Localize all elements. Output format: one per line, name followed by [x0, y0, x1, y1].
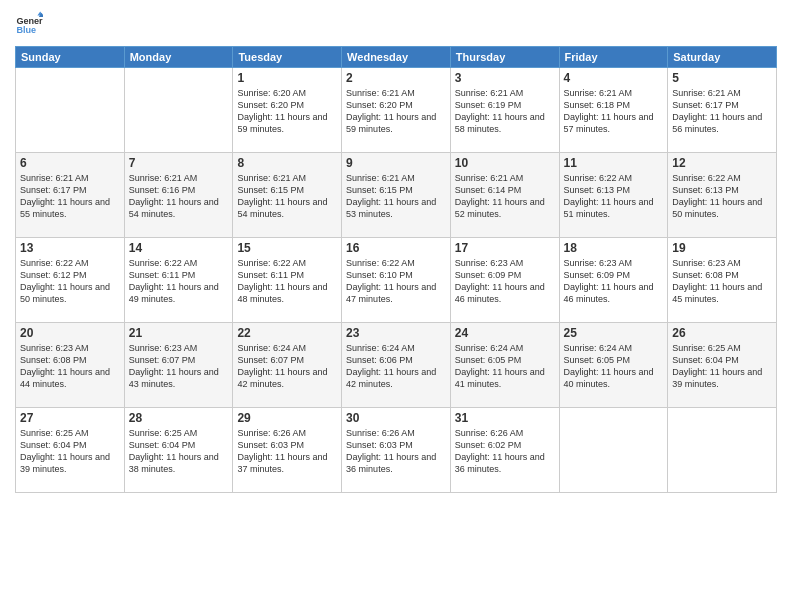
day-cell: 14Sunrise: 6:22 AM Sunset: 6:11 PM Dayli…: [124, 238, 233, 323]
day-number: 19: [672, 241, 772, 255]
day-info: Sunrise: 6:21 AM Sunset: 6:19 PM Dayligh…: [455, 87, 555, 136]
day-cell: 17Sunrise: 6:23 AM Sunset: 6:09 PM Dayli…: [450, 238, 559, 323]
day-info: Sunrise: 6:24 AM Sunset: 6:06 PM Dayligh…: [346, 342, 446, 391]
days-header-row: SundayMondayTuesdayWednesdayThursdayFrid…: [16, 47, 777, 68]
week-row-2: 6Sunrise: 6:21 AM Sunset: 6:17 PM Daylig…: [16, 153, 777, 238]
day-number: 27: [20, 411, 120, 425]
week-row-4: 20Sunrise: 6:23 AM Sunset: 6:08 PM Dayli…: [16, 323, 777, 408]
day-cell: 7Sunrise: 6:21 AM Sunset: 6:16 PM Daylig…: [124, 153, 233, 238]
day-info: Sunrise: 6:22 AM Sunset: 6:11 PM Dayligh…: [129, 257, 229, 306]
day-number: 1: [237, 71, 337, 85]
svg-text:Blue: Blue: [16, 25, 36, 35]
day-info: Sunrise: 6:22 AM Sunset: 6:13 PM Dayligh…: [672, 172, 772, 221]
day-cell: 9Sunrise: 6:21 AM Sunset: 6:15 PM Daylig…: [342, 153, 451, 238]
day-number: 31: [455, 411, 555, 425]
day-info: Sunrise: 6:26 AM Sunset: 6:02 PM Dayligh…: [455, 427, 555, 476]
header-tuesday: Tuesday: [233, 47, 342, 68]
day-cell: 23Sunrise: 6:24 AM Sunset: 6:06 PM Dayli…: [342, 323, 451, 408]
day-cell: 11Sunrise: 6:22 AM Sunset: 6:13 PM Dayli…: [559, 153, 668, 238]
day-info: Sunrise: 6:26 AM Sunset: 6:03 PM Dayligh…: [346, 427, 446, 476]
day-cell: 8Sunrise: 6:21 AM Sunset: 6:15 PM Daylig…: [233, 153, 342, 238]
day-cell: 4Sunrise: 6:21 AM Sunset: 6:18 PM Daylig…: [559, 68, 668, 153]
day-cell: 30Sunrise: 6:26 AM Sunset: 6:03 PM Dayli…: [342, 408, 451, 493]
day-info: Sunrise: 6:20 AM Sunset: 6:20 PM Dayligh…: [237, 87, 337, 136]
day-cell: [124, 68, 233, 153]
day-number: 11: [564, 156, 664, 170]
day-info: Sunrise: 6:21 AM Sunset: 6:20 PM Dayligh…: [346, 87, 446, 136]
day-cell: 25Sunrise: 6:24 AM Sunset: 6:05 PM Dayli…: [559, 323, 668, 408]
day-info: Sunrise: 6:25 AM Sunset: 6:04 PM Dayligh…: [20, 427, 120, 476]
day-number: 18: [564, 241, 664, 255]
day-number: 30: [346, 411, 446, 425]
day-number: 20: [20, 326, 120, 340]
day-info: Sunrise: 6:23 AM Sunset: 6:08 PM Dayligh…: [672, 257, 772, 306]
day-cell: 16Sunrise: 6:22 AM Sunset: 6:10 PM Dayli…: [342, 238, 451, 323]
day-info: Sunrise: 6:21 AM Sunset: 6:17 PM Dayligh…: [20, 172, 120, 221]
day-number: 17: [455, 241, 555, 255]
page-header: General Blue: [15, 10, 777, 38]
day-cell: 10Sunrise: 6:21 AM Sunset: 6:14 PM Dayli…: [450, 153, 559, 238]
day-number: 3: [455, 71, 555, 85]
day-cell: 21Sunrise: 6:23 AM Sunset: 6:07 PM Dayli…: [124, 323, 233, 408]
day-info: Sunrise: 6:23 AM Sunset: 6:09 PM Dayligh…: [564, 257, 664, 306]
day-info: Sunrise: 6:23 AM Sunset: 6:08 PM Dayligh…: [20, 342, 120, 391]
day-info: Sunrise: 6:22 AM Sunset: 6:12 PM Dayligh…: [20, 257, 120, 306]
day-info: Sunrise: 6:21 AM Sunset: 6:15 PM Dayligh…: [346, 172, 446, 221]
day-info: Sunrise: 6:21 AM Sunset: 6:15 PM Dayligh…: [237, 172, 337, 221]
day-number: 21: [129, 326, 229, 340]
logo-icon: General Blue: [15, 10, 43, 38]
day-info: Sunrise: 6:24 AM Sunset: 6:05 PM Dayligh…: [564, 342, 664, 391]
day-cell: 15Sunrise: 6:22 AM Sunset: 6:11 PM Dayli…: [233, 238, 342, 323]
day-number: 10: [455, 156, 555, 170]
header-monday: Monday: [124, 47, 233, 68]
day-number: 28: [129, 411, 229, 425]
day-cell: [16, 68, 125, 153]
day-cell: 1Sunrise: 6:20 AM Sunset: 6:20 PM Daylig…: [233, 68, 342, 153]
day-cell: 5Sunrise: 6:21 AM Sunset: 6:17 PM Daylig…: [668, 68, 777, 153]
day-number: 6: [20, 156, 120, 170]
day-cell: 13Sunrise: 6:22 AM Sunset: 6:12 PM Dayli…: [16, 238, 125, 323]
day-number: 23: [346, 326, 446, 340]
day-number: 4: [564, 71, 664, 85]
header-friday: Friday: [559, 47, 668, 68]
day-info: Sunrise: 6:21 AM Sunset: 6:14 PM Dayligh…: [455, 172, 555, 221]
week-row-3: 13Sunrise: 6:22 AM Sunset: 6:12 PM Dayli…: [16, 238, 777, 323]
week-row-5: 27Sunrise: 6:25 AM Sunset: 6:04 PM Dayli…: [16, 408, 777, 493]
day-number: 16: [346, 241, 446, 255]
day-number: 24: [455, 326, 555, 340]
header-thursday: Thursday: [450, 47, 559, 68]
day-info: Sunrise: 6:21 AM Sunset: 6:17 PM Dayligh…: [672, 87, 772, 136]
day-number: 15: [237, 241, 337, 255]
day-cell: 3Sunrise: 6:21 AM Sunset: 6:19 PM Daylig…: [450, 68, 559, 153]
day-cell: 28Sunrise: 6:25 AM Sunset: 6:04 PM Dayli…: [124, 408, 233, 493]
week-row-1: 1Sunrise: 6:20 AM Sunset: 6:20 PM Daylig…: [16, 68, 777, 153]
day-info: Sunrise: 6:22 AM Sunset: 6:10 PM Dayligh…: [346, 257, 446, 306]
day-cell: 26Sunrise: 6:25 AM Sunset: 6:04 PM Dayli…: [668, 323, 777, 408]
day-number: 9: [346, 156, 446, 170]
day-number: 22: [237, 326, 337, 340]
day-number: 5: [672, 71, 772, 85]
day-info: Sunrise: 6:24 AM Sunset: 6:05 PM Dayligh…: [455, 342, 555, 391]
day-number: 2: [346, 71, 446, 85]
day-cell: [559, 408, 668, 493]
day-cell: 2Sunrise: 6:21 AM Sunset: 6:20 PM Daylig…: [342, 68, 451, 153]
day-info: Sunrise: 6:23 AM Sunset: 6:07 PM Dayligh…: [129, 342, 229, 391]
header-saturday: Saturday: [668, 47, 777, 68]
logo: General Blue: [15, 10, 43, 38]
day-info: Sunrise: 6:21 AM Sunset: 6:18 PM Dayligh…: [564, 87, 664, 136]
day-cell: 27Sunrise: 6:25 AM Sunset: 6:04 PM Dayli…: [16, 408, 125, 493]
day-number: 14: [129, 241, 229, 255]
day-cell: 6Sunrise: 6:21 AM Sunset: 6:17 PM Daylig…: [16, 153, 125, 238]
day-info: Sunrise: 6:25 AM Sunset: 6:04 PM Dayligh…: [129, 427, 229, 476]
day-info: Sunrise: 6:23 AM Sunset: 6:09 PM Dayligh…: [455, 257, 555, 306]
header-wednesday: Wednesday: [342, 47, 451, 68]
day-info: Sunrise: 6:21 AM Sunset: 6:16 PM Dayligh…: [129, 172, 229, 221]
day-number: 29: [237, 411, 337, 425]
day-info: Sunrise: 6:22 AM Sunset: 6:11 PM Dayligh…: [237, 257, 337, 306]
day-cell: 22Sunrise: 6:24 AM Sunset: 6:07 PM Dayli…: [233, 323, 342, 408]
day-info: Sunrise: 6:25 AM Sunset: 6:04 PM Dayligh…: [672, 342, 772, 391]
day-number: 26: [672, 326, 772, 340]
day-cell: 29Sunrise: 6:26 AM Sunset: 6:03 PM Dayli…: [233, 408, 342, 493]
day-info: Sunrise: 6:26 AM Sunset: 6:03 PM Dayligh…: [237, 427, 337, 476]
day-number: 13: [20, 241, 120, 255]
